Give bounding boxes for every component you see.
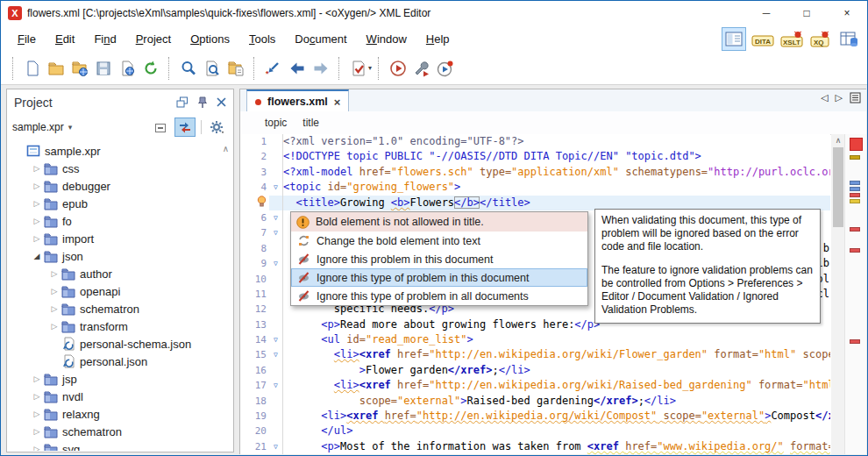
xslt-debugger-icon[interactable]: XSLT bbox=[779, 27, 804, 51]
xquery-debugger-icon[interactable]: XQ bbox=[808, 27, 833, 51]
collapse-all-icon[interactable] bbox=[150, 118, 171, 137]
menu-document[interactable]: Document bbox=[285, 29, 356, 49]
stripe-marker[interactable] bbox=[850, 187, 860, 191]
editor-scrollbar[interactable]: ∧ bbox=[831, 134, 845, 454]
link-with-editor-icon[interactable] bbox=[174, 118, 196, 137]
scrollbar-thumb[interactable] bbox=[833, 147, 843, 227]
stripe-marker[interactable] bbox=[850, 155, 860, 160]
tree-collapsed-icon[interactable]: ▷ bbox=[31, 164, 43, 173]
tab-close-icon[interactable]: × bbox=[334, 96, 341, 109]
tree-item-json[interactable]: ◢json bbox=[8, 247, 232, 265]
apply-transformation-button[interactable] bbox=[386, 56, 409, 80]
tree-item-sample.xpr[interactable]: sample.xpr bbox=[8, 142, 232, 160]
reload-button[interactable] bbox=[139, 56, 162, 80]
tree-collapsed-icon[interactable]: ▷ bbox=[31, 427, 43, 436]
breadcrumb-title[interactable]: title bbox=[302, 117, 319, 129]
tree-item-import[interactable]: ▷import bbox=[8, 230, 232, 247]
tree-collapsed-icon[interactable]: ▷ bbox=[48, 322, 60, 331]
chevron-down-icon[interactable]: ▾ bbox=[68, 123, 150, 132]
tree-collapsed-icon[interactable]: ▷ bbox=[31, 410, 43, 418]
settings-icon[interactable] bbox=[207, 118, 228, 137]
quick-fix-option-2[interactable]: Ignore this problem in this document bbox=[291, 250, 587, 268]
menu-project[interactable]: Project bbox=[126, 29, 181, 49]
stripe-marker[interactable] bbox=[850, 248, 860, 253]
validate-dropdown-icon[interactable]: ▾ bbox=[368, 64, 372, 72]
menu-tools[interactable]: Tools bbox=[239, 29, 285, 49]
tree-item-schematron[interactable]: ▷schematron bbox=[8, 423, 232, 440]
stripe-marker[interactable] bbox=[850, 227, 860, 232]
last-modification-button[interactable]: * bbox=[261, 56, 285, 80]
next-tab-icon[interactable]: ▷ bbox=[836, 92, 843, 103]
dita-perspective-icon[interactable]: DITA bbox=[751, 27, 775, 51]
close-button[interactable]: × bbox=[827, 1, 867, 25]
menu-help[interactable]: Help bbox=[416, 29, 459, 49]
tab-list-icon[interactable] bbox=[850, 92, 861, 103]
tree-item-fo[interactable]: ▷fo bbox=[8, 212, 232, 230]
search-button[interactable] bbox=[176, 56, 200, 80]
tree-item-jsp[interactable]: ▷jsp bbox=[8, 370, 232, 388]
tree-collapsed-icon[interactable]: ▷ bbox=[48, 304, 60, 313]
quick-fix-bulb-icon[interactable] bbox=[240, 196, 269, 210]
tree-scroll-up-icon[interactable]: ∧ bbox=[223, 144, 229, 153]
search-in-files-button[interactable] bbox=[200, 56, 224, 80]
tree-item-author[interactable]: ▷author bbox=[8, 265, 232, 282]
prev-tab-icon[interactable]: ◁ bbox=[821, 92, 828, 103]
forward-button[interactable] bbox=[309, 56, 332, 80]
editor-layout-icon[interactable] bbox=[722, 27, 746, 51]
menu-file[interactable]: File bbox=[8, 29, 46, 49]
tree-item-personal.json[interactable]: personal.json bbox=[8, 353, 232, 370]
tree-item-debugger[interactable]: ▷debugger bbox=[8, 177, 232, 195]
close-icon[interactable] bbox=[217, 97, 226, 107]
tree-item-openapi[interactable]: ▷openapi bbox=[8, 282, 232, 300]
validate-button[interactable] bbox=[346, 56, 370, 80]
tab-flowers-xml[interactable]: flowers.xml × bbox=[246, 89, 349, 112]
tree-collapsed-icon[interactable]: ▷ bbox=[48, 287, 60, 296]
tree-item-css[interactable]: ▷css bbox=[8, 160, 232, 177]
quick-fix-option-3[interactable]: Ignore this type of problem in this docu… bbox=[291, 268, 587, 287]
fold-marker-icon[interactable]: ▽ bbox=[269, 180, 283, 195]
back-button[interactable] bbox=[285, 56, 309, 80]
tree-collapsed-icon[interactable]: ▷ bbox=[31, 182, 43, 190]
tree-item-schematron[interactable]: ▷schematron bbox=[8, 300, 232, 317]
tree-collapsed-icon[interactable]: ▷ bbox=[31, 199, 43, 208]
fold-marker-icon[interactable]: ▽ bbox=[269, 332, 283, 347]
open-folder-button[interactable] bbox=[44, 56, 68, 80]
configure-transformation-button[interactable] bbox=[409, 56, 433, 80]
tree-expanded-icon[interactable]: ◢ bbox=[31, 252, 43, 260]
debug-transformation-button[interactable] bbox=[433, 56, 457, 80]
menu-options[interactable]: Options bbox=[181, 29, 239, 49]
menu-find[interactable]: Find bbox=[84, 29, 125, 49]
tree-item-transform[interactable]: ▷transform bbox=[8, 317, 232, 335]
tree-collapsed-icon[interactable]: ▷ bbox=[31, 217, 43, 225]
pin-icon[interactable] bbox=[197, 96, 208, 109]
quick-fix-option-1[interactable]: Change the bold element into text bbox=[291, 232, 587, 250]
search-in-path-button[interactable] bbox=[224, 56, 247, 80]
tree-item-relaxng[interactable]: ▷relaxng bbox=[8, 405, 232, 423]
menu-edit[interactable]: Edit bbox=[46, 29, 84, 49]
breadcrumb-topic[interactable]: topic bbox=[265, 117, 287, 129]
tree-collapsed-icon[interactable]: ▷ bbox=[31, 374, 43, 383]
save-button[interactable] bbox=[91, 56, 115, 80]
stripe-marker[interactable] bbox=[850, 181, 860, 185]
tree-collapsed-icon[interactable]: ▷ bbox=[31, 392, 43, 401]
fold-marker-icon[interactable]: ▽ bbox=[269, 256, 283, 271]
open-url-button[interactable] bbox=[68, 56, 91, 80]
fold-marker-icon[interactable]: ▽ bbox=[269, 378, 283, 393]
database-perspective-icon[interactable] bbox=[837, 27, 862, 51]
save-to-url-button[interactable] bbox=[115, 56, 139, 80]
new-document-button[interactable] bbox=[20, 56, 44, 80]
tree-collapsed-icon[interactable]: ▷ bbox=[31, 234, 43, 243]
tree-item-svg[interactable]: ▷svg bbox=[8, 440, 232, 451]
stripe-marker[interactable] bbox=[850, 339, 860, 344]
minimize-button[interactable]: ─ bbox=[746, 1, 786, 25]
stripe-marker[interactable] bbox=[850, 193, 860, 197]
tree-item-nvdl[interactable]: ▷nvdl bbox=[8, 388, 232, 405]
current-project-selector[interactable]: sample.xpr bbox=[12, 121, 64, 133]
float-icon[interactable] bbox=[176, 96, 189, 108]
scroll-up-icon[interactable]: ∧ bbox=[831, 134, 845, 146]
fold-marker-icon[interactable]: ▽ bbox=[269, 210, 283, 225]
stripe-marker[interactable] bbox=[850, 199, 860, 203]
fold-marker-icon[interactable]: ▽ bbox=[269, 439, 283, 454]
validation-status-icon[interactable] bbox=[850, 138, 863, 151]
tree-collapsed-icon[interactable]: ▷ bbox=[31, 445, 43, 451]
